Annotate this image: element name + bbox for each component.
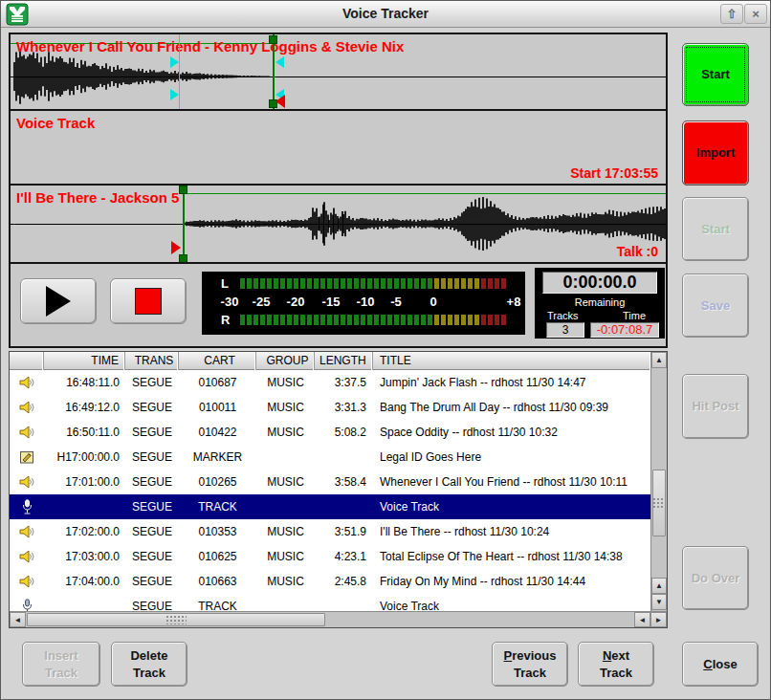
column-header-group[interactable]: GROUP bbox=[256, 352, 315, 370]
meter-segment bbox=[354, 278, 359, 289]
meter-segment bbox=[361, 278, 365, 289]
red-marker-handle-icon[interactable] bbox=[275, 95, 285, 108]
meter-segment bbox=[334, 278, 339, 289]
shade-window-button[interactable]: ⇧ bbox=[720, 4, 743, 24]
cell-time: 17:03:00.0 bbox=[44, 550, 125, 563]
meter-segment bbox=[280, 278, 285, 289]
shade-arrow-icon: ⇧ bbox=[727, 7, 738, 21]
table-row[interactable]: SEGUETRACKVoice Track bbox=[10, 594, 651, 611]
meter-segment bbox=[401, 278, 406, 289]
column-header-length[interactable]: LENGTH bbox=[315, 352, 373, 370]
meter-segment bbox=[320, 315, 325, 325]
cell-trans: SEGUE bbox=[125, 575, 179, 588]
delete-track-button[interactable]: Delete Track bbox=[111, 642, 187, 687]
cell-time: 16:50:11.0 bbox=[44, 426, 125, 439]
cell-len: 3:51.9 bbox=[315, 525, 373, 538]
horizontal-scroll-thumb[interactable] bbox=[27, 613, 325, 626]
stop-button[interactable] bbox=[110, 278, 187, 324]
meter-segment bbox=[294, 315, 298, 325]
play-icon bbox=[46, 286, 71, 317]
segue-marker-line[interactable] bbox=[273, 34, 275, 109]
table-row[interactable]: 16:48:11.0SEGUE010687MUSIC3:37.5Jumpin' … bbox=[10, 370, 651, 395]
meter-segment bbox=[421, 278, 426, 289]
meter-segment bbox=[454, 315, 459, 325]
close-button[interactable]: Close bbox=[682, 642, 759, 687]
vertical-scrollbar[interactable]: ▲ ▲ ▼ bbox=[650, 352, 667, 611]
cell-time: 17:02:00.0 bbox=[44, 525, 125, 538]
meter-segment bbox=[327, 278, 332, 289]
meter-segment bbox=[314, 278, 319, 289]
table-row[interactable]: H17:00:00.0SEGUEMARKERLegal ID Goes Here bbox=[10, 445, 651, 470]
meter-left-label: L bbox=[221, 276, 229, 291]
table-row[interactable]: 17:02:00.0SEGUE010353MUSIC3:51.9I'll Be … bbox=[10, 519, 651, 544]
horizontal-scrollbar[interactable]: ◄ ◄ ► bbox=[10, 611, 667, 627]
hit-post-button: Hit Post bbox=[682, 374, 749, 439]
meter-segment bbox=[408, 278, 412, 289]
talk-start-marker-line[interactable] bbox=[179, 34, 180, 109]
column-header-icon[interactable] bbox=[10, 352, 44, 370]
table-row[interactable]: SEGUETRACKVoice Track bbox=[10, 494, 651, 519]
cyan-marker-handle-icon[interactable] bbox=[170, 56, 179, 68]
meter-segment bbox=[501, 278, 506, 289]
scroll-left-button[interactable]: ◄ bbox=[10, 612, 26, 627]
speaker-icon bbox=[19, 574, 35, 589]
start-record-button[interactable]: Start bbox=[682, 43, 749, 106]
table-row[interactable]: 17:03:00.0SEGUE010625MUSIC4:23.1Total Ec… bbox=[10, 544, 651, 569]
cyan-marker-handle-icon[interactable] bbox=[170, 89, 179, 100]
table-row[interactable]: 17:01:00.0SEGUE010265MUSIC3:58.4Whenever… bbox=[10, 470, 651, 494]
column-header-time[interactable]: TIME bbox=[44, 352, 125, 370]
do-over-button: Do Over bbox=[682, 546, 749, 610]
scroll-up-button[interactable]: ▲ bbox=[651, 352, 667, 368]
scroll-up-button[interactable]: ▲ bbox=[651, 578, 667, 594]
voice-tracker-window: Voice Tracker ⇧ × Whenever I Call You Fr… bbox=[0, 0, 771, 700]
table-row[interactable]: 16:49:12.0SEGUE010011MUSIC3:31.3Bang The… bbox=[10, 395, 651, 420]
speaker-icon bbox=[19, 549, 35, 564]
scroll-down-button[interactable]: ▼ bbox=[651, 594, 667, 610]
table-row[interactable]: 17:04:00.0SEGUE010663MUSIC2:45.8Friday O… bbox=[10, 569, 651, 594]
play-button[interactable] bbox=[20, 278, 97, 324]
waveform-panel-voice-track[interactable]: Voice Track Start 17:03:55 bbox=[11, 111, 666, 186]
red-marker-handle-icon[interactable] bbox=[171, 241, 181, 254]
save-button: Save bbox=[682, 273, 749, 338]
cell-icon bbox=[10, 549, 44, 564]
cell-time: 16:49:12.0 bbox=[44, 401, 125, 414]
cell-cart: TRACK bbox=[179, 600, 256, 611]
scroll-right-button[interactable]: ► bbox=[650, 612, 667, 627]
cell-trans: SEGUE bbox=[125, 475, 179, 489]
waveform-panel-next-track[interactable]: I'll Be There - Jackson 5 Talk :0 bbox=[11, 186, 666, 264]
meter-scale-label: -10 bbox=[357, 295, 375, 309]
cell-cart: 010011 bbox=[179, 401, 256, 414]
next-track-button[interactable]: Next Track bbox=[578, 642, 654, 687]
time-remaining-value: -0:07:08.7 bbox=[590, 322, 659, 338]
waveform-centerline bbox=[11, 224, 666, 225]
meter-segment bbox=[334, 315, 339, 325]
close-window-button[interactable]: × bbox=[744, 4, 767, 24]
talk-time-label: Talk :0 bbox=[617, 244, 658, 259]
meter-segment bbox=[428, 315, 432, 325]
column-header-trans[interactable]: TRANS bbox=[125, 352, 179, 370]
speaker-icon bbox=[19, 474, 35, 490]
meter-scale-label: -5 bbox=[390, 295, 402, 309]
cell-title: Total Eclipse Of The Heart -- rdhost 11/… bbox=[373, 550, 651, 563]
cell-group: MUSIC bbox=[256, 550, 315, 563]
meter-scale-label: +8 bbox=[507, 295, 521, 309]
column-header-title[interactable]: TITLE bbox=[373, 352, 651, 370]
column-header-cart[interactable]: CART bbox=[179, 352, 256, 370]
cell-icon bbox=[10, 524, 44, 539]
scroll-left-button[interactable]: ◄ bbox=[634, 612, 650, 627]
cell-trans: SEGUE bbox=[125, 401, 179, 414]
table-row[interactable]: 16:50:11.0SEGUE010422MUSIC5:08.2Space Od… bbox=[10, 420, 651, 445]
meter-scale-label: -30 bbox=[221, 295, 239, 309]
vertical-scroll-thumb[interactable] bbox=[652, 470, 666, 536]
cyan-marker-handle-icon[interactable] bbox=[275, 56, 284, 68]
tracks-label: Tracks bbox=[547, 310, 579, 321]
meter-segment bbox=[260, 278, 265, 289]
cell-icon bbox=[10, 400, 44, 415]
green-marker-handle-icon[interactable] bbox=[179, 254, 187, 263]
previous-track-button[interactable]: Previous Track bbox=[492, 642, 568, 687]
start-marker-line[interactable] bbox=[183, 186, 185, 262]
waveform-panel-previous-track[interactable]: Whenever I Call You Friend - Kenny Loggi… bbox=[11, 34, 666, 111]
import-button[interactable]: Import bbox=[682, 120, 749, 186]
green-marker-handle-icon[interactable] bbox=[179, 186, 187, 194]
green-marker-handle-icon[interactable] bbox=[269, 35, 277, 44]
